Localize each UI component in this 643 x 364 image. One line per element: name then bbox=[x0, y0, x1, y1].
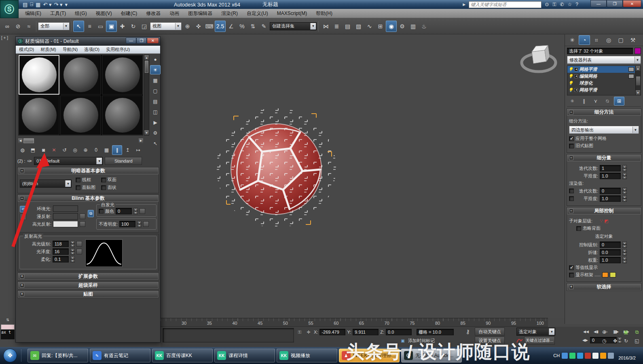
material-tool-icon[interactable]: ☀ bbox=[150, 65, 161, 74]
rollout-header[interactable]: +软选择 bbox=[567, 284, 641, 290]
modifier-stack-row[interactable]: 💡 + 网格平滑 bbox=[567, 87, 635, 93]
spinner[interactable]: ▲▼ bbox=[622, 173, 627, 179]
taskbar-item[interactable]: ⓢ 无标题 - Autode... bbox=[401, 349, 462, 362]
spinner[interactable]: ▲▼ bbox=[622, 249, 627, 256]
faceted-checkbox[interactable] bbox=[101, 185, 106, 190]
rollout-header[interactable]: −明暗器基本参数 bbox=[18, 167, 159, 174]
sample-slot[interactable] bbox=[19, 95, 59, 135]
spinner[interactable]: ▲▼ bbox=[622, 257, 627, 263]
render-iterations-checkbox[interactable] bbox=[569, 188, 574, 193]
command-panel-tab[interactable]: ◎ bbox=[603, 35, 614, 45]
taskbar-item[interactable]: KK 百度传课KK bbox=[152, 349, 213, 362]
toolbar-icon[interactable]: ↻ bbox=[128, 21, 139, 32]
soften-field[interactable]: 0.1 bbox=[53, 256, 69, 262]
tray-icon[interactable] bbox=[592, 353, 599, 359]
start-button[interactable]: ❖ bbox=[3, 349, 17, 362]
toolbar-icon[interactable]: ▧ bbox=[353, 21, 364, 32]
stack-tool-icon[interactable]: ⍟ bbox=[567, 97, 577, 106]
help-icon[interactable]: ⚿ bbox=[552, 2, 556, 7]
stack-tool-icon[interactable]: ⋎ bbox=[590, 97, 601, 106]
material-tool-icon[interactable]: ↦ bbox=[133, 145, 143, 155]
material-tool-icon[interactable]: ▦ bbox=[150, 76, 161, 85]
maximize-button[interactable]: ❐ bbox=[136, 38, 147, 44]
sample-horizontal-scrollbar[interactable]: ◀ ▶ bbox=[18, 138, 143, 144]
tray-icon[interactable] bbox=[600, 353, 606, 359]
material-tool-icon[interactable]: ▦ bbox=[102, 145, 112, 155]
set-key-button[interactable]: 设置关键点 bbox=[475, 336, 505, 345]
toolbar-icon[interactable]: ≈ bbox=[23, 21, 34, 32]
tray-icon[interactable] bbox=[608, 353, 614, 359]
menu-item[interactable]: 组(G) bbox=[71, 9, 91, 18]
toolbar-icon[interactable]: % bbox=[237, 21, 247, 32]
taskbar-item[interactable]: ✎ 有道云笔记 bbox=[90, 349, 150, 362]
menu-item[interactable]: 编辑(E) bbox=[21, 9, 45, 18]
lock-icon[interactable]: ⧉ bbox=[88, 210, 94, 217]
spinner[interactable]: ▲▼ bbox=[70, 248, 75, 255]
scrollbar-thumb[interactable] bbox=[145, 61, 148, 73]
command-panel-tab[interactable]: ✳ bbox=[567, 35, 578, 45]
selection-filter-dropdown[interactable]: 全部▼ bbox=[38, 22, 70, 30]
time-tag-icon[interactable]: ▣ bbox=[399, 337, 406, 344]
sample-slot[interactable] bbox=[60, 55, 101, 95]
menu-item[interactable]: MAXScript(M) bbox=[273, 10, 311, 17]
crease-field[interactable]: 0.0 bbox=[600, 249, 621, 256]
menu-item[interactable]: 导航(N) bbox=[59, 47, 81, 53]
toolbar-icon[interactable]: ◉ bbox=[386, 21, 397, 32]
toolbar-icon[interactable]: ∠ bbox=[226, 21, 237, 32]
material-tool-icon[interactable]: ▢ bbox=[150, 86, 161, 95]
help-icon[interactable]: ☆ bbox=[568, 2, 572, 7]
modifier-stack-row[interactable]: 💡 + 网格平滑 bbox=[567, 66, 635, 73]
taskbar-item[interactable]: ✉ 回复:【资料/共... bbox=[27, 349, 88, 362]
spinner[interactable]: ▲▼ bbox=[133, 208, 138, 214]
diffuse-specular-lock-icon[interactable]: ⊂ bbox=[20, 214, 26, 220]
quick-access-button[interactable]: ▤ bbox=[23, 2, 27, 8]
spinner[interactable]: ▲▼ bbox=[622, 165, 627, 171]
app-logo[interactable]: ⓢ bbox=[0, 0, 19, 18]
toolbar-icon[interactable]: ⇅ bbox=[247, 21, 258, 32]
menu-item[interactable]: 自定义(U) bbox=[243, 9, 272, 18]
lightbulb-icon[interactable]: 💡 bbox=[568, 81, 573, 85]
render-smoothness-field[interactable]: 1.0 bbox=[600, 195, 621, 202]
toolbar-icon[interactable]: ♨ bbox=[419, 21, 429, 32]
viewport-nav-icon[interactable]: ⧉ bbox=[632, 328, 642, 336]
material-tool-icon[interactable]: 0 bbox=[91, 145, 101, 155]
maximize-button[interactable]: ❐ bbox=[607, 0, 623, 7]
toolbar-icon[interactable]: ⊞ bbox=[375, 21, 386, 32]
menu-item[interactable]: 工具(T) bbox=[46, 9, 70, 18]
x-coordinate-field[interactable]: -269.479 bbox=[319, 329, 345, 335]
toolbar-icon[interactable]: ⊕ bbox=[182, 21, 193, 32]
material-tool-icon[interactable]: ↺ bbox=[59, 145, 70, 155]
stack-tool-icon[interactable]: ⊞ bbox=[614, 97, 624, 106]
viewport-nav-icon[interactable]: ⊕ bbox=[599, 328, 609, 336]
timeline-ruler[interactable]: 3035404550556065707580859095100 bbox=[161, 318, 548, 327]
material-tool-icon[interactable]: ▶ bbox=[150, 118, 161, 127]
menu-item[interactable]: 动画 bbox=[165, 9, 183, 18]
playback-button[interactable]: ◀◀ bbox=[581, 328, 591, 336]
expand-icon[interactable]: + bbox=[574, 88, 578, 92]
menu-item[interactable]: 材质(M) bbox=[37, 47, 59, 53]
weight-field[interactable]: 1.0 bbox=[600, 257, 621, 263]
vertex-subobject-icon[interactable]: ∵ bbox=[600, 218, 603, 224]
toolbar-icon[interactable]: ⊘ bbox=[13, 21, 23, 32]
rollout-header[interactable]: −细分方法 bbox=[567, 109, 641, 116]
modifier-stack-row[interactable]: 💡 + 球形化 bbox=[567, 80, 635, 87]
smoothness-field[interactable]: 1.0 bbox=[600, 173, 621, 179]
viewport-nav-icon[interactable]: ↻ bbox=[621, 336, 631, 345]
command-panel-tab[interactable]: ◔ bbox=[579, 35, 590, 45]
ambient-diffuse-lock-icon[interactable]: ⊂ bbox=[20, 206, 26, 212]
toolbar-icon[interactable]: ✚ bbox=[117, 21, 128, 32]
scroll-down-icon[interactable]: ▼ bbox=[144, 130, 149, 135]
face-map-checkbox[interactable] bbox=[76, 185, 80, 190]
material-tool-icon[interactable]: ↥ bbox=[123, 145, 133, 155]
menu-item[interactable]: 图形编辑器 bbox=[184, 9, 216, 18]
reference-coordinate-dropdown[interactable]: 视图▼ bbox=[150, 22, 182, 30]
material-tool-icon[interactable]: ▤ bbox=[150, 97, 161, 106]
menu-item[interactable]: 帮助(H) bbox=[312, 9, 336, 18]
ignore-backfacing-checkbox[interactable] bbox=[576, 226, 581, 231]
lightbulb-icon[interactable]: 💡 bbox=[568, 67, 573, 72]
rollout-header[interactable]: −局部控制 bbox=[567, 207, 641, 214]
toolbar-icon[interactable]: ▣ bbox=[106, 21, 117, 32]
spinner[interactable]: ▲▼ bbox=[137, 221, 142, 227]
modifier-swatch[interactable] bbox=[628, 74, 634, 78]
display-cage-checkbox[interactable] bbox=[569, 273, 574, 277]
